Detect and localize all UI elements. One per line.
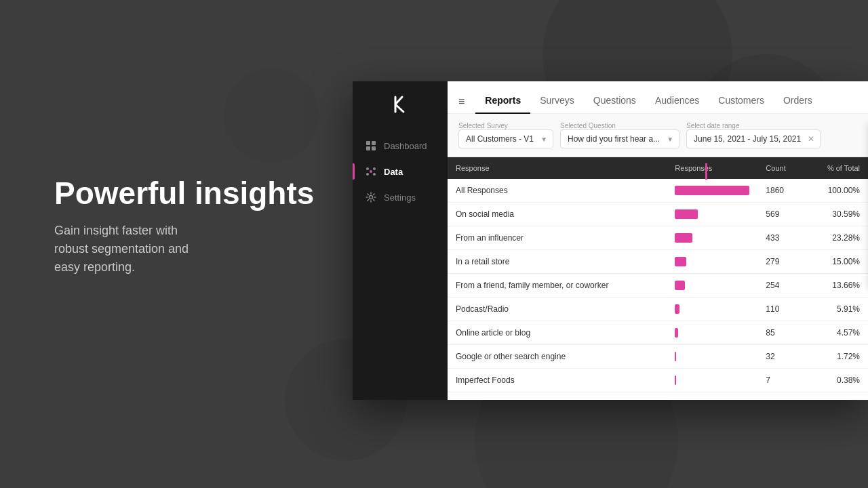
svg-point-4: [370, 170, 372, 173]
cell-pct: 5.91%: [805, 298, 869, 321]
filter-bar: Selected Survey All Customers - V1 ▼ Sel…: [448, 114, 868, 157]
cell-count: 433: [757, 226, 804, 250]
sidebar-item-settings[interactable]: Settings: [353, 184, 448, 210]
cell-response: Imperfect Foods: [448, 369, 667, 392]
left-panel: Powerful insights Gain insight faster wi…: [54, 176, 326, 277]
cell-pct: 0.38%: [805, 369, 869, 392]
tab-questions[interactable]: Questions: [584, 89, 646, 114]
svg-rect-0: [366, 141, 370, 145]
cell-bar: [667, 369, 757, 392]
sidebar-logo: [388, 92, 412, 117]
cell-response: All Responses: [448, 179, 667, 203]
cell-response: Podcast/Radio: [448, 298, 667, 321]
cell-count: 85: [757, 321, 804, 345]
cell-bar: [667, 179, 757, 203]
date-value: June 15, 2021 - July 15, 2021: [694, 134, 801, 144]
dashboard-icon: [365, 140, 377, 152]
table-header: Response Responses Count % of Total: [448, 157, 868, 179]
table-row: On social media 569 30.59%: [448, 203, 868, 226]
svg-point-7: [366, 173, 369, 176]
tab-reports[interactable]: Reports: [475, 89, 530, 114]
col-pct: % of Total: [805, 157, 869, 179]
cell-pct: 30.59%: [805, 203, 869, 226]
table-row: From an influencer 433 23.28%: [448, 226, 868, 250]
table-row: In a retail store 279 15.00%: [448, 250, 868, 274]
cell-count: 569: [757, 203, 804, 226]
cell-count: 32: [757, 345, 804, 369]
table-row: Google or other search engine 32 1.72%: [448, 345, 868, 369]
tab-surveys[interactable]: Surveys: [530, 89, 584, 114]
survey-select[interactable]: All Customers - V1 ▼: [458, 129, 553, 148]
cell-count: 110: [757, 298, 804, 321]
table-header-row: Response Responses Count % of Total: [448, 157, 868, 179]
cell-pct: 4.57%: [805, 321, 869, 345]
table-row: All Responses 1860 100.00%: [448, 179, 868, 203]
cell-pct: 13.66%: [805, 274, 869, 298]
svg-rect-1: [372, 141, 376, 145]
data-icon: [365, 165, 377, 178]
cell-bar: [667, 226, 757, 250]
cell-bar: [667, 345, 757, 369]
cell-response: From an influencer: [448, 226, 667, 250]
cell-count: 279: [757, 250, 804, 274]
sidebar-item-data-label: Data: [384, 167, 403, 177]
sidebar-item-settings-label: Settings: [384, 192, 416, 203]
nav-tabs: Reports Surveys Questions Audiences Cust…: [475, 89, 821, 113]
cell-bar: [667, 321, 757, 345]
cell-response: Google or other search engine: [448, 345, 667, 369]
date-filter: Select date range June 15, 2021 - July 1…: [686, 122, 821, 148]
cell-pct: 15.00%: [805, 250, 869, 274]
subtext: Gain insight faster withrobust segmentat…: [54, 222, 326, 277]
cell-response: On social media: [448, 203, 667, 226]
cell-response: Online article or blog: [448, 321, 667, 345]
col-response: Response: [448, 157, 667, 179]
question-filter-label: Selected Question: [560, 122, 679, 129]
svg-point-8: [373, 173, 376, 176]
question-caret: ▼: [667, 136, 673, 143]
date-close-icon[interactable]: ✕: [808, 134, 814, 144]
table-row: Online article or blog 85 4.57%: [448, 321, 868, 345]
tab-customers[interactable]: Customers: [709, 89, 774, 114]
cell-pct: 1.72%: [805, 345, 869, 369]
cell-bar: [667, 274, 757, 298]
tab-orders[interactable]: Orders: [774, 89, 822, 114]
cell-count: 1860: [757, 179, 804, 203]
question-filter: Selected Question How did you first hear…: [560, 122, 679, 148]
svg-point-9: [370, 196, 373, 199]
tab-audiences[interactable]: Audiences: [646, 89, 709, 114]
survey-value: All Customers - V1: [466, 134, 534, 144]
response-table: Response Responses Count % of Total All …: [448, 157, 868, 392]
question-select[interactable]: How did you first hear a... ▼: [560, 129, 679, 148]
svg-rect-2: [366, 146, 370, 150]
cell-count: 254: [757, 274, 804, 298]
col-count: Count: [757, 157, 804, 179]
col-responses: Responses: [667, 157, 757, 179]
cell-bar: [667, 203, 757, 226]
data-table-area: Response Responses Count % of Total All …: [448, 157, 868, 400]
headline: Powerful insights: [54, 176, 326, 211]
sidebar-item-data[interactable]: Data: [353, 159, 448, 184]
hamburger-menu[interactable]: ≡: [458, 96, 465, 108]
cell-response: From a friend, family member, or coworke…: [448, 274, 667, 298]
cell-bar: [667, 250, 757, 274]
cell-pct: 23.28%: [805, 226, 869, 250]
svg-point-6: [373, 167, 376, 170]
question-value: How did you first hear a...: [568, 134, 660, 144]
date-select[interactable]: June 15, 2021 - July 15, 2021 ✕: [686, 129, 821, 148]
cell-count: 7: [757, 369, 804, 392]
cell-bar: [667, 298, 757, 321]
sidebar-item-dashboard[interactable]: Dashboard: [353, 133, 448, 159]
svg-rect-3: [372, 146, 376, 150]
table-row: From a friend, family member, or coworke…: [448, 274, 868, 298]
settings-icon: [365, 191, 377, 203]
cell-pct: 100.00%: [805, 179, 869, 203]
survey-caret: ▼: [540, 136, 547, 143]
survey-filter: Selected Survey All Customers - V1 ▼: [458, 122, 553, 148]
sidebar-item-dashboard-label: Dashboard: [384, 141, 427, 151]
date-filter-label: Select date range: [686, 122, 821, 129]
table-row: Imperfect Foods 7 0.38%: [448, 369, 868, 392]
svg-point-5: [366, 167, 369, 170]
top-bar: ≡ Reports Surveys Questions Audiences Cu…: [448, 81, 868, 114]
table-row: Podcast/Radio 110 5.91%: [448, 298, 868, 321]
main-content: ≡ Reports Surveys Questions Audiences Cu…: [448, 81, 868, 400]
